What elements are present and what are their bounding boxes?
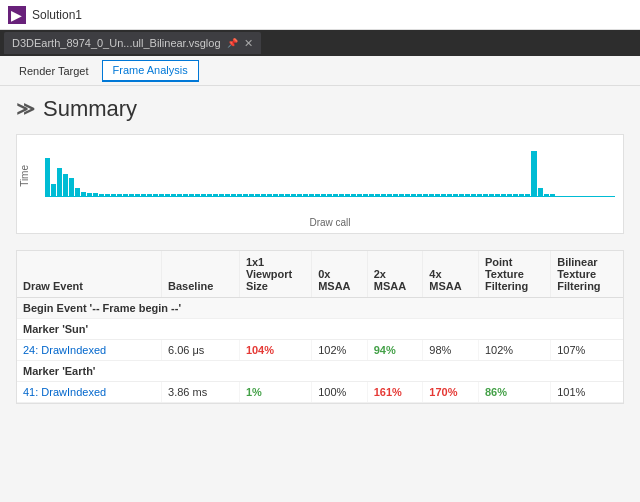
toolbar: Render Target Frame Analysis [0, 56, 640, 86]
table-header: Draw EventBaseline1x1 Viewport Size0x MS… [17, 251, 623, 298]
draw-event-cell: 41: DrawIndexed [17, 382, 162, 403]
value-cell: 104% [239, 340, 311, 361]
title-bar: ▶ Solution1 [0, 0, 640, 30]
chart-bar [531, 151, 537, 196]
table-col-header: Baseline [162, 251, 240, 298]
value-cell: 94% [367, 340, 423, 361]
chart-baseline [45, 196, 615, 197]
chart-container: Time Draw call [16, 134, 624, 234]
frame-analysis-button[interactable]: Frame Analysis [102, 60, 199, 82]
table-col-header: Point Texture Filtering [478, 251, 550, 298]
collapse-icon[interactable]: ≫ [16, 98, 35, 120]
value-cell: 102% [478, 340, 550, 361]
value-cell: 107% [551, 340, 623, 361]
table-col-header: 0x MSAA [312, 251, 368, 298]
draw-event-cell: 24: DrawIndexed [17, 340, 162, 361]
value-cell: 6.06 μs [162, 340, 240, 361]
section-label: Begin Event '-- Frame begin --' [17, 298, 623, 319]
tab-pin-icon[interactable]: 📌 [227, 38, 238, 48]
value-cell: 1% [239, 382, 311, 403]
draw-event-link[interactable]: 41: DrawIndexed [23, 386, 106, 398]
table-row: Begin Event '-- Frame begin --' [17, 298, 623, 319]
chart-inner [45, 143, 615, 215]
draw-event-link[interactable]: 24: DrawIndexed [23, 344, 106, 356]
app-title: Solution1 [32, 8, 82, 22]
chart-x-label: Draw call [45, 217, 615, 228]
value-cell: 100% [312, 382, 368, 403]
marker-label: Marker 'Earth' [17, 361, 623, 382]
value-cell: 101% [551, 382, 623, 403]
table-container: Draw EventBaseline1x1 Viewport Size0x MS… [16, 250, 624, 404]
svg-text:▶: ▶ [11, 8, 22, 23]
value-cell: 170% [423, 382, 479, 403]
table-body: Begin Event '-- Frame begin --'Marker 'S… [17, 298, 623, 403]
render-target-button[interactable]: Render Target [8, 60, 100, 82]
tab-bar: D3DEarth_8974_0_Un...ull_Bilinear.vsglog… [0, 30, 640, 56]
summary-header: ≫ Summary [16, 96, 624, 122]
table-row: Marker 'Sun' [17, 319, 623, 340]
table-col-header: Draw Event [17, 251, 162, 298]
chart-y-label: Time [19, 165, 30, 187]
tab-close-icon[interactable]: ✕ [244, 37, 253, 50]
vs-logo: ▶ [8, 6, 26, 24]
table-col-header: 4x MSAA [423, 251, 479, 298]
value-cell: 98% [423, 340, 479, 361]
table-col-header: 1x1 Viewport Size [239, 251, 311, 298]
value-cell: 86% [478, 382, 550, 403]
tab-filename: D3DEarth_8974_0_Un...ull_Bilinear.vsglog [12, 37, 221, 49]
chart-bar [538, 188, 543, 196]
value-cell: 161% [367, 382, 423, 403]
chart-bar [57, 168, 62, 196]
table-row: Marker 'Earth' [17, 361, 623, 382]
chart-bar [51, 184, 56, 196]
summary-title: Summary [43, 96, 137, 122]
table-row: 24: DrawIndexed6.06 μs104%102%94%98%102%… [17, 340, 623, 361]
chart-bar [45, 158, 50, 196]
marker-label: Marker 'Sun' [17, 319, 623, 340]
chart-bar [63, 174, 68, 196]
table-col-header: 2x MSAA [367, 251, 423, 298]
data-table: Draw EventBaseline1x1 Viewport Size0x MS… [17, 251, 623, 403]
chart-bars [45, 146, 615, 196]
file-tab[interactable]: D3DEarth_8974_0_Un...ull_Bilinear.vsglog… [4, 32, 261, 54]
value-cell: 102% [312, 340, 368, 361]
table-col-header: Bilinear Texture Filtering [551, 251, 623, 298]
value-cell: 3.86 ms [162, 382, 240, 403]
table-row: 41: DrawIndexed3.86 ms1%100%161%170%86%1… [17, 382, 623, 403]
chart-bar [75, 188, 80, 196]
main-content: ≫ Summary Time Draw call Draw EventBasel… [0, 86, 640, 502]
chart-bar [69, 178, 74, 196]
